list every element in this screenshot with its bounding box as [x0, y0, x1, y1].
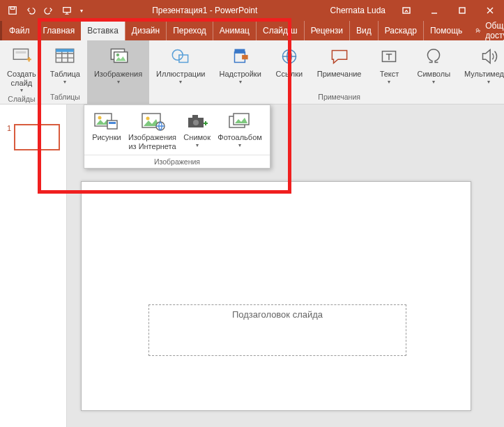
table-icon [53, 45, 77, 68]
comment-label: Примечание [317, 70, 362, 79]
svg-point-27 [146, 117, 149, 121]
pictures-from-file-button[interactable]: Рисунки [91, 109, 123, 152]
tab-view[interactable]: Вид [349, 21, 378, 40]
tab-design[interactable]: Дизайн [125, 21, 166, 40]
table-button[interactable]: Таблица [47, 43, 83, 86]
tell-me-label[interactable]: Помощь [424, 21, 468, 40]
tab-review[interactable]: Рецензи [304, 21, 349, 40]
photo-album-label: Фотоальбом [217, 133, 262, 142]
text-button[interactable]: Текст [372, 43, 406, 86]
group-media: Мультимедиа [457, 40, 504, 104]
tab-transitions[interactable]: Переход [166, 21, 213, 40]
group-tables: Таблица Таблицы [43, 40, 87, 104]
links-button[interactable]: Ссылки [273, 43, 306, 86]
new-slide-label: Создать слайд [7, 70, 36, 87]
thumbnail-1[interactable]: 1 [0, 124, 66, 150]
photo-album-icon [227, 111, 253, 132]
quick-access-toolbar: ▾ [0, 2, 86, 19]
photo-album-button[interactable]: Фотоальбом [216, 109, 264, 152]
thumbnail-preview[interactable] [14, 124, 60, 150]
screenshot-label: Снимок [183, 133, 211, 142]
undo-icon[interactable] [22, 2, 39, 19]
ribbon: Создать слайд Слайды Таблица Таблицы Изо… [0, 40, 504, 104]
slide[interactable]: Подзаголовок слайда [81, 181, 471, 411]
addins-icon [229, 45, 252, 68]
svg-rect-1 [10, 7, 14, 10]
window-controls [392, 0, 504, 21]
omega-icon [422, 45, 445, 68]
share-button[interactable]: Общий доступ [468, 21, 504, 40]
save-icon[interactable] [4, 2, 21, 19]
illustrations-button[interactable]: Иллюстрации [153, 43, 208, 86]
tab-home[interactable]: Главная [37, 21, 82, 40]
group-comments: Примечание Примечания [310, 40, 369, 104]
document-title: Презентация1 - PowerPoint [86, 6, 323, 15]
svg-point-7 [476, 29, 478, 31]
group-links: Ссылки [268, 40, 310, 104]
online-pictures-icon [139, 111, 166, 132]
group-slides-label: Слайды [8, 95, 35, 104]
group-slides: Создать слайд Слайды [0, 40, 43, 104]
new-slide-button[interactable]: Создать слайд [4, 43, 39, 95]
svg-rect-9 [15, 52, 26, 54]
comment-button[interactable]: Примечание [314, 43, 365, 80]
redo-icon[interactable] [40, 2, 57, 19]
svg-rect-24 [107, 121, 117, 129]
pictures-label: Рисунки [92, 133, 121, 142]
minimize-icon[interactable] [420, 0, 448, 21]
tab-storyboard[interactable]: Раскадр [378, 21, 423, 40]
table-label: Таблица [50, 70, 80, 79]
thumbnail-number: 1 [7, 124, 11, 132]
group-text: Текст [368, 40, 410, 104]
svg-rect-30 [192, 115, 198, 118]
tab-animations[interactable]: Анимац [213, 21, 256, 40]
share-label: Общий доступ [485, 21, 504, 40]
addins-button[interactable]: Надстройки [216, 43, 264, 86]
svg-rect-4 [459, 8, 465, 13]
slide-thumbnails-pane[interactable]: 1 [0, 104, 67, 427]
images-label: Изображения [94, 70, 142, 79]
ribbon-tabstrip: Файл Главная Вставка Дизайн Переход Аним… [0, 21, 504, 40]
addins-label: Надстройки [219, 70, 261, 79]
camera-icon [184, 111, 211, 132]
svg-rect-11 [56, 49, 75, 52]
symbols-button[interactable]: Символы [414, 43, 453, 86]
symbols-label: Символы [417, 70, 450, 79]
illustrations-label: Иллюстрации [156, 70, 205, 79]
online-pictures-label: Изображения из Интернета [128, 133, 176, 150]
ribbon-options-icon[interactable] [392, 0, 420, 21]
online-pictures-button[interactable]: Изображения из Интернета [127, 109, 178, 152]
text-label: Текст [380, 70, 399, 79]
svg-rect-2 [63, 8, 71, 13]
gallery-group-label: Изображения [84, 155, 270, 168]
tab-file[interactable]: Файл [0, 21, 37, 40]
svg-rect-19 [242, 55, 248, 59]
media-button[interactable]: Мультимедиа [461, 43, 504, 86]
hyperlink-icon [277, 45, 301, 68]
qat-customize-icon[interactable]: ▾ [77, 2, 86, 19]
svg-point-14 [116, 54, 119, 56]
textbox-icon [377, 45, 401, 68]
group-images: Изображения [87, 40, 149, 104]
subtitle-placeholder[interactable]: Подзаголовок слайда [148, 304, 406, 356]
speaker-icon [477, 45, 501, 68]
user-name[interactable]: Chernata Luda [323, 6, 392, 15]
maximize-icon[interactable] [448, 0, 476, 21]
tab-insert[interactable]: Вставка [81, 21, 125, 40]
group-illustrations: Иллюстрации [149, 40, 212, 104]
links-label: Ссылки [275, 70, 303, 79]
comment-icon [328, 45, 351, 68]
tab-slideshow[interactable]: Слайд-ш [256, 21, 304, 40]
shapes-icon [169, 45, 192, 68]
group-addins: Надстройки [212, 40, 268, 104]
start-slideshow-icon[interactable] [59, 2, 75, 19]
images-button[interactable]: Изображения [91, 43, 145, 86]
screenshot-button[interactable]: Снимок [182, 109, 212, 152]
svg-rect-8 [13, 49, 28, 59]
group-symbols: Символы [410, 40, 457, 104]
svg-rect-0 [9, 7, 17, 15]
images-gallery-dropdown: Рисунки Изображения из Интернета Снимок … [84, 104, 270, 169]
close-icon[interactable] [476, 0, 504, 21]
svg-point-23 [98, 116, 101, 120]
svg-point-31 [193, 120, 199, 125]
